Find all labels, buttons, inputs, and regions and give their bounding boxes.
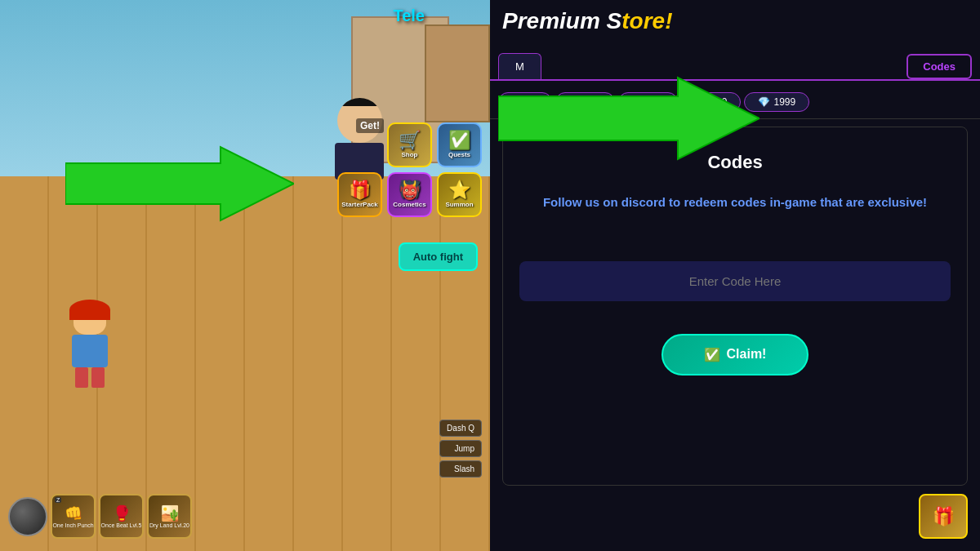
summon-button[interactable]: ⭐ Summon: [437, 172, 482, 217]
quests-icon: ✅: [448, 131, 470, 149]
skill-2-icon: 🥊: [113, 504, 131, 522]
char-hair: [69, 300, 110, 320]
quests-button[interactable]: ✅ Quests: [437, 122, 482, 167]
price-1999-value: 1999: [773, 96, 795, 108]
ui-row-1: 🛒 Shop ✅ Quests: [387, 122, 482, 167]
jump-button[interactable]: Jump: [439, 440, 482, 457]
premium-title-suffix: tore!: [621, 8, 672, 33]
claim-button[interactable]: ✅ Claim!: [662, 334, 809, 375]
skill-1-label: One Inch Punch: [52, 522, 93, 529]
shop-icon: 🛒: [399, 131, 421, 149]
tab-codes[interactable]: Codes: [906, 54, 972, 79]
tele-text: Tele: [393, 7, 425, 25]
starter-pack-button[interactable]: 🎁 StarterPack: [337, 172, 382, 217]
premium-title-text: Premium S: [502, 8, 621, 33]
slash-button[interactable]: Slash: [439, 460, 482, 478]
claim-label: Claim!: [727, 347, 767, 362]
dash-button[interactable]: Dash Q: [439, 420, 482, 437]
char-leg-left: [75, 367, 88, 388]
summon-icon: ⭐: [448, 181, 470, 199]
svg-marker-0: [65, 147, 294, 220]
skill-3-icon: 🏜️: [161, 504, 179, 522]
skill-2[interactable]: 🥊 Once Beat Lvl.5: [99, 494, 144, 539]
auto-fight-button[interactable]: Auto fight: [399, 242, 478, 271]
bottom-item[interactable]: 🎁: [919, 494, 968, 539]
side-buttons: Dash Q Jump Slash: [439, 420, 482, 478]
arrow-left-panel: [65, 143, 294, 228]
npc-hat: [337, 98, 382, 106]
starter-label: StarterPack: [341, 201, 377, 208]
starter-icon: 🎁: [349, 181, 371, 199]
ui-button-group: 🛒 Shop ✅ Quests 🎁 StarterPack 👹 Cosmetic…: [337, 122, 482, 217]
code-input-field[interactable]: [519, 261, 951, 301]
shop-button[interactable]: 🛒 Shop: [387, 122, 432, 167]
cosmetics-label: Cosmetics: [393, 201, 425, 208]
char-body: [72, 335, 108, 367]
skill-1-key: Z: [55, 497, 61, 503]
quests-label: Quests: [448, 151, 470, 158]
svg-marker-1: [498, 78, 760, 159]
hotbar-orb: [8, 497, 47, 536]
bottom-item-icon: 🎁: [933, 506, 955, 527]
arrow-right-panel: [498, 73, 760, 167]
hotbar: Z 👊 One Inch Punch 🥊 Once Beat Lvl.5 🏜️ …: [8, 494, 192, 539]
building-2: [425, 24, 490, 122]
claim-check-icon: ✅: [704, 347, 720, 362]
cosmetics-button[interactable]: 👹 Cosmetics: [387, 172, 432, 217]
shop-label: Shop: [402, 151, 418, 158]
player-character: [65, 306, 114, 388]
cosmetics-icon: 👹: [399, 181, 421, 199]
skill-3[interactable]: 🏜️ Dry Land Lvl.20: [147, 494, 192, 539]
ui-row-2: 🎁 StarterPack 👹 Cosmetics ⭐ Summon: [337, 172, 482, 217]
skill-2-label: Once Beat Lvl.5: [101, 522, 142, 529]
gem-icon-1999: 💎: [758, 96, 770, 108]
codes-panel: Codes Follow us on discord to redeem cod…: [502, 127, 968, 486]
game-panel: Tele ☠ Get! 🛒 Shop ✅ Quests: [0, 0, 490, 551]
skill-3-label: Dry Land Lvl.20: [149, 522, 189, 529]
char-head: [74, 306, 106, 335]
skill-1-icon: 👊: [65, 504, 82, 522]
summon-label: Summon: [445, 201, 473, 208]
skill-1[interactable]: Z 👊 One Inch Punch: [51, 494, 96, 539]
right-panel: Premium Store! M Codes 💎 49 💎 199 💎 499 …: [490, 0, 980, 551]
premium-title: Premium Store!: [502, 8, 673, 34]
char-leg-right: [91, 367, 105, 388]
codes-description: Follow us on discord to redeem codes in-…: [543, 193, 927, 212]
char-legs: [65, 367, 114, 388]
